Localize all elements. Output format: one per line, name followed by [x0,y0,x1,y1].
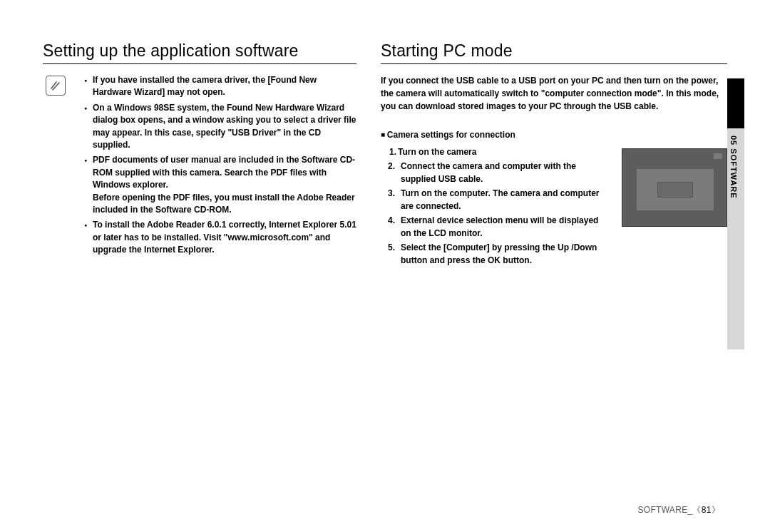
page-footer: SOFTWARE_《81》 [637,504,720,516]
camera-screen-shape [637,169,714,210]
bullet-item: On a Windows 98SE system, the Found New … [84,102,356,152]
note-icon [46,76,66,96]
angle-close: 》 [712,505,720,515]
tab-label: 05 SOFTWARE [729,135,738,199]
chapter-side-tab: 05 SOFTWARE [727,78,746,349]
subsection-heading-text: Camera settings for connection [387,130,515,140]
footer-label: SOFTWARE_ [637,505,692,515]
step-item: Connect the camera and computer with the… [391,160,610,185]
right-section-title: Starting PC mode [381,41,727,64]
note-block: If you have installed the camera driver,… [43,74,356,256]
step-item: External device selection menu will be d… [391,214,610,240]
steps-and-figure: Turn on the camera Connect the camera an… [381,145,727,268]
camera-button-shape [714,153,722,159]
step-item: Turn on the camera [391,145,610,158]
note-bullet-list: If you have installed the camera driver,… [84,74,356,256]
bullet-subtext: Before opening the PDF files, you must i… [93,193,355,215]
intro-paragraph: If you connect the USB cable to a USB po… [381,74,727,113]
bullet-item: PDF documents of user manual are include… [84,154,356,216]
page-number: 81 [702,505,712,515]
bullet-text: PDF documents of user manual are include… [93,155,355,190]
ordered-steps: Turn on the camera Connect the camera an… [391,145,610,268]
left-column: Setting up the application software If y… [43,41,356,268]
bullet-item: If you have installed the camera driver,… [84,74,356,99]
step-item: Select the [Computer] by pressing the Up… [391,241,610,267]
manual-page: Setting up the application software If y… [0,0,770,532]
bullet-item: To install the Adobe Reader 6.0.1 correc… [84,219,356,256]
tab-indicator-dark [727,78,744,128]
two-column-layout: Setting up the application software If y… [43,41,727,268]
camera-illustration [622,148,727,227]
subsection-heading: Camera settings for connection [381,130,727,140]
angle-open: 《 [692,505,701,515]
step-item: Turn on the computer. The camera and com… [391,187,610,213]
left-section-title: Setting up the application software [43,41,356,64]
right-column: Starting PC mode If you connect the USB … [381,41,727,268]
